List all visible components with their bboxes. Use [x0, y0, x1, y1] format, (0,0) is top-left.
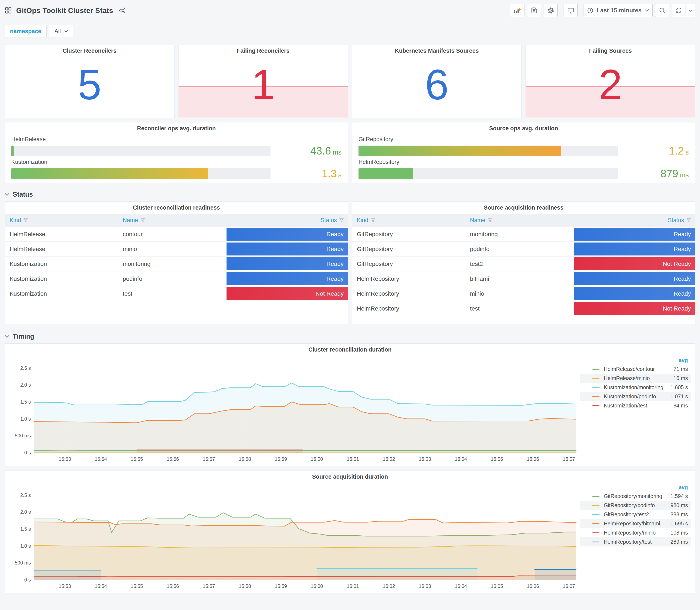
filter-funnel-icon[interactable] [23, 218, 28, 222]
svg-text:16:05: 16:05 [491, 583, 503, 589]
table-row: GitRepositorypodinfoReady [352, 242, 695, 257]
status-badge: Ready [227, 257, 348, 270]
panel-title[interactable]: Reconciler ops avg. duration [5, 123, 348, 134]
bar-gauge-value: 1.3s [278, 167, 342, 180]
panel-title[interactable]: Failing Sources [526, 45, 695, 57]
legend-item[interactable]: HelmRepository/test289 ms [580, 537, 691, 546]
section-header-timing[interactable]: Timing [5, 332, 695, 341]
panel-title[interactable]: Cluster reconciliation duration [5, 344, 695, 356]
legend-series-swatch [592, 387, 600, 388]
bar-gauge-track-row: 1.2s [358, 145, 689, 157]
legend-item[interactable]: GitRepository/monitoring1.594 s [580, 492, 691, 501]
legend-item[interactable]: GitRepository/podinfo980 ms [580, 501, 691, 510]
legend-item[interactable]: Kustomization/podinfo1.071 s [580, 392, 691, 401]
legend-series-name: Kustomization/podinfo [604, 394, 656, 400]
table-header-row: KindNameStatus [352, 214, 695, 227]
cell-name: test [118, 286, 227, 301]
tv-mode-button[interactable] [564, 4, 577, 17]
svg-text:15:55: 15:55 [131, 456, 143, 462]
legend-series-name: GitRepository/test2 [604, 511, 654, 517]
legend-item[interactable]: HelmRelease/minio16 ms [580, 374, 691, 383]
cell-kind: GitRepository [352, 257, 466, 271]
dashboard-toolbar: Last 15 minutes [507, 4, 695, 17]
svg-text:16:06: 16:06 [527, 456, 539, 462]
cell-status: Not Ready [574, 257, 695, 271]
svg-text:15:54: 15:54 [95, 583, 107, 589]
svg-text:2.0 s: 2.0 s [20, 509, 31, 515]
bar-gauge-value-unit: ms [680, 171, 689, 179]
cell-status: Ready [227, 242, 348, 256]
section-header-status[interactable]: Status [5, 190, 695, 199]
panel-title[interactable]: Failing Reconcilers [179, 45, 348, 57]
cell-kind: HelmRepository [352, 271, 466, 286]
stat-panel: Cluster Reconcilers5 [5, 45, 175, 118]
column-header-status[interactable]: Status [574, 217, 695, 224]
column-header-status[interactable]: Status [227, 217, 348, 224]
refresh-interval-dropdown[interactable] [686, 4, 695, 17]
save-dashboard-button[interactable] [527, 4, 541, 17]
cell-kind: Kustomization [5, 257, 118, 271]
svg-text:15:59: 15:59 [275, 456, 287, 462]
panel-title[interactable]: Source ops avg. duration [352, 123, 695, 134]
share-icon[interactable] [118, 7, 125, 14]
filter-funnel-icon[interactable] [687, 218, 691, 222]
bar-gauge-body: GitRepository1.2sHelmRepository879ms [352, 136, 695, 183]
time-range-picker[interactable]: Last 15 minutes [584, 4, 653, 17]
namespace-variable-select[interactable]: All [49, 25, 73, 37]
status-badge: Ready [574, 287, 695, 300]
zoom-out-icon [659, 7, 666, 14]
bar-gauge-fill [11, 168, 208, 179]
column-header-name[interactable]: Name [118, 217, 227, 224]
status-badge: Not Ready [574, 302, 695, 315]
svg-text:15:55: 15:55 [131, 583, 143, 589]
svg-text:15:58: 15:58 [239, 456, 251, 462]
column-header-kind[interactable]: Kind [5, 217, 118, 224]
filter-funnel-icon[interactable] [339, 218, 344, 222]
refresh-button-group [672, 4, 695, 17]
zoom-out-button[interactable] [655, 4, 669, 17]
legend-series-swatch [592, 369, 600, 370]
chevron-down-icon [645, 9, 649, 12]
time-range-label: Last 15 minutes [597, 7, 641, 14]
filter-funnel-icon[interactable] [488, 218, 492, 222]
legend-avg-header: avg [580, 356, 691, 365]
refresh-button[interactable] [672, 4, 686, 17]
legend-item[interactable]: HelmRepository/minio108 ms [580, 528, 691, 537]
dashboard-header: GitOps Toolkit Cluster Stats [5, 3, 695, 18]
panel-title[interactable]: Cluster Reconcilers [5, 45, 174, 57]
add-panel-button[interactable] [510, 4, 524, 17]
legend-item[interactable]: Kustomization/test84 ms [580, 401, 691, 410]
legend-item[interactable]: HelmRelease/contour71 ms [580, 365, 691, 374]
table-row: GitRepositorymonitoringReady [352, 227, 695, 242]
chevron-down-icon [64, 30, 68, 33]
clock-icon [587, 7, 593, 14]
panel-title[interactable]: Kubernetes Manifests Sources [352, 45, 521, 57]
dashboard-page: GitOps Toolkit Cluster Stats [0, 0, 700, 598]
panel-title[interactable]: Cluster reconciliation readiness [5, 202, 348, 214]
dashboard-grid-icon[interactable] [5, 7, 12, 14]
status-badge: Ready [227, 228, 348, 241]
column-header-name[interactable]: Name [466, 217, 574, 224]
svg-text:2.5 s: 2.5 s [20, 493, 31, 498]
panel-title[interactable]: Source acquisition duration [5, 471, 695, 483]
column-header-kind[interactable]: Kind [352, 217, 466, 224]
stat-value: 6 [352, 51, 521, 118]
dashboard-settings-button[interactable] [543, 4, 558, 17]
filter-funnel-icon[interactable] [141, 218, 145, 222]
status-badge: Ready [227, 272, 348, 285]
panel-title[interactable]: Source acquisition readiness [352, 202, 695, 214]
svg-text:0 s: 0 s [24, 450, 31, 455]
legend-item[interactable]: Kustomization/monitoring1.605 s [580, 383, 691, 392]
bar-gauge-fill [358, 146, 561, 156]
table-row: GitRepositorytest2Not Ready [352, 257, 695, 271]
legend-series-avg: 1.605 s [664, 384, 688, 390]
filter-funnel-icon[interactable] [371, 218, 375, 222]
cell-name: monitoring [118, 257, 227, 271]
bar-gauge-track-row: 43.6ms [11, 145, 342, 157]
legend-series-avg: 108 ms [656, 530, 688, 536]
table-row: HelmRepositorybitnamiReady [352, 271, 695, 286]
bar-gauge-fill [358, 168, 413, 179]
legend-item[interactable]: HelmRepository/bitnami1.695 s [580, 519, 691, 528]
bar-gauge-row: Kustomization1.3s [11, 159, 342, 180]
legend-item[interactable]: GitRepository/test2338 ms [580, 510, 691, 519]
